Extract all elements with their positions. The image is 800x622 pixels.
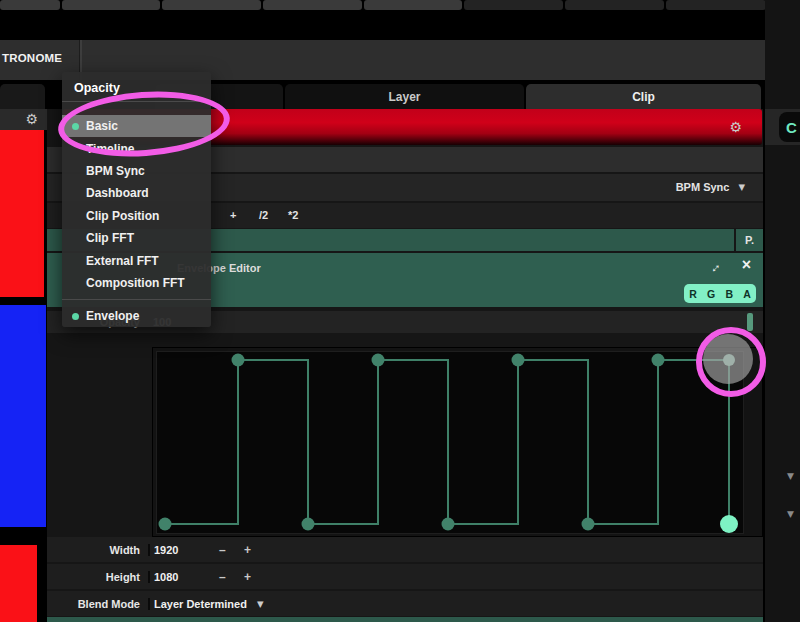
- active-bullet-icon: [72, 313, 79, 320]
- width-label: Width: [47, 544, 150, 556]
- sync-mode-dropdown[interactable]: BPM Sync ▼: [676, 181, 745, 193]
- resolume-clip-panel-screenshot: { "top_strip": { "cells": ["light","ligh…: [0, 0, 800, 622]
- menu-item-label: External FFT: [86, 254, 159, 268]
- envelope-point[interactable]: [372, 354, 385, 367]
- close-icon[interactable]: ×: [742, 256, 751, 274]
- envelope-point[interactable]: [512, 354, 525, 367]
- menu-item-label: Envelope: [86, 309, 139, 323]
- envelope-canvas[interactable]: [152, 347, 763, 537]
- menu-item-label: Basic: [86, 119, 118, 133]
- param-p-button[interactable]: P.: [736, 229, 763, 251]
- menu-item-external-fft[interactable]: External FFT: [62, 249, 211, 271]
- blend-mode-value[interactable]: Layer Determined: [150, 598, 247, 610]
- tab-layer-label: Layer: [388, 90, 420, 104]
- metronome-button[interactable]: TRONOME: [2, 52, 62, 64]
- gear-icon[interactable]: ⚙: [25, 112, 38, 126]
- clip-cell[interactable]: [364, 0, 462, 10]
- height-row: Height 1080 – +: [47, 564, 763, 589]
- menu-item-clip-position[interactable]: Clip Position: [62, 205, 211, 227]
- envelope-point[interactable]: [302, 518, 315, 531]
- clip-cell[interactable]: [263, 0, 362, 10]
- clip-thumbnail-blue[interactable]: [0, 305, 46, 527]
- menu-item-clip-fft[interactable]: Clip FFT: [62, 227, 211, 249]
- active-bullet-icon: [72, 123, 79, 130]
- opacity-animation-menu: Opacity Basic Timeline BPM Sync Dashboar…: [62, 72, 211, 327]
- envelope-point[interactable]: [442, 518, 455, 531]
- menu-item-label: Clip Position: [86, 209, 159, 223]
- beat-plus-button[interactable]: +: [230, 209, 236, 221]
- layer-strip-header: ⚙: [0, 109, 47, 130]
- clip-cell[interactable]: [565, 0, 664, 10]
- menu-item-timeline[interactable]: Timeline: [62, 137, 211, 159]
- envelope-point[interactable]: [232, 354, 245, 367]
- menu-separator: [62, 299, 211, 300]
- menu-item-basic[interactable]: Basic: [62, 115, 211, 137]
- menu-item-envelope[interactable]: Envelope: [62, 305, 211, 327]
- menu-separator: [62, 101, 211, 102]
- value-slider-handle[interactable]: [747, 313, 753, 331]
- width-decrement-button[interactable]: –: [219, 543, 226, 557]
- menu-item-label: Composition FFT: [86, 276, 185, 290]
- menu-item-label: Clip FFT: [86, 231, 134, 245]
- tab-clip[interactable]: Clip: [526, 84, 761, 109]
- c-button-label: C: [786, 119, 797, 136]
- channel-a-button[interactable]: A: [743, 288, 751, 300]
- channel-b-button[interactable]: B: [725, 288, 733, 300]
- menu-item-label: Timeline: [86, 142, 134, 156]
- menu-item-label: BPM Sync: [86, 164, 145, 178]
- gear-icon[interactable]: ⚙: [729, 120, 742, 134]
- menu-item-label: Dashboard: [86, 186, 149, 200]
- channel-g-button[interactable]: G: [707, 288, 715, 300]
- envelope-point[interactable]: [652, 354, 665, 367]
- clip-cell[interactable]: [162, 0, 261, 10]
- height-value[interactable]: 1080: [150, 571, 178, 583]
- tab-layer[interactable]: Layer: [285, 84, 524, 109]
- next-section-edge: [47, 617, 763, 622]
- menu-item-dashboard[interactable]: Dashboard: [62, 182, 211, 204]
- param-p-label: P.: [745, 234, 754, 246]
- right-side-column: C ▼ ▼: [765, 0, 800, 622]
- expand-icon[interactable]: ↔: [704, 256, 726, 278]
- menu-item-bpm-sync[interactable]: BPM Sync: [62, 160, 211, 182]
- blend-mode-row: Blend Mode Layer Determined ▼: [47, 591, 763, 616]
- height-increment-button[interactable]: +: [244, 570, 251, 584]
- tab-fragment-left[interactable]: [0, 84, 45, 109]
- menu-header: Opacity: [62, 72, 211, 101]
- width-value[interactable]: 1920: [150, 544, 178, 556]
- composition-c-button[interactable]: C: [779, 112, 800, 142]
- hovered-point-halo: [703, 334, 753, 384]
- chevron-down-icon: ▼: [257, 599, 264, 609]
- menu-item-composition-fft[interactable]: Composition FFT: [62, 272, 211, 294]
- clip-thumbnail-red[interactable]: [0, 130, 44, 297]
- beat-double-button[interactable]: *2: [288, 209, 298, 221]
- envelope-curve: [153, 348, 764, 538]
- blend-mode-label: Blend Mode: [47, 598, 150, 610]
- width-increment-button[interactable]: +: [244, 543, 251, 557]
- tab-clip-label: Clip: [632, 90, 655, 104]
- height-decrement-button[interactable]: –: [219, 570, 226, 584]
- chevron-down-icon: ▼: [738, 182, 745, 192]
- sync-mode-value: BPM Sync: [676, 181, 730, 193]
- scroll-down-icon[interactable]: ▼: [787, 509, 794, 519]
- clip-cell[interactable]: [0, 0, 60, 10]
- scroll-down-icon[interactable]: ▼: [787, 471, 794, 481]
- clip-cell[interactable]: [666, 0, 766, 10]
- clip-cell[interactable]: [464, 0, 563, 10]
- channel-selector: R G B A: [684, 284, 756, 303]
- beat-half-button[interactable]: /2: [259, 209, 268, 221]
- envelope-point[interactable]: [582, 518, 595, 531]
- channel-r-button[interactable]: R: [689, 288, 697, 300]
- envelope-point-selected[interactable]: [720, 515, 738, 533]
- clip-cell[interactable]: [62, 0, 160, 10]
- clip-thumbnail-red-2[interactable]: [0, 545, 37, 622]
- envelope-point[interactable]: [159, 518, 172, 531]
- width-row: Width 1920 – +: [47, 537, 763, 562]
- height-label: Height: [47, 571, 150, 583]
